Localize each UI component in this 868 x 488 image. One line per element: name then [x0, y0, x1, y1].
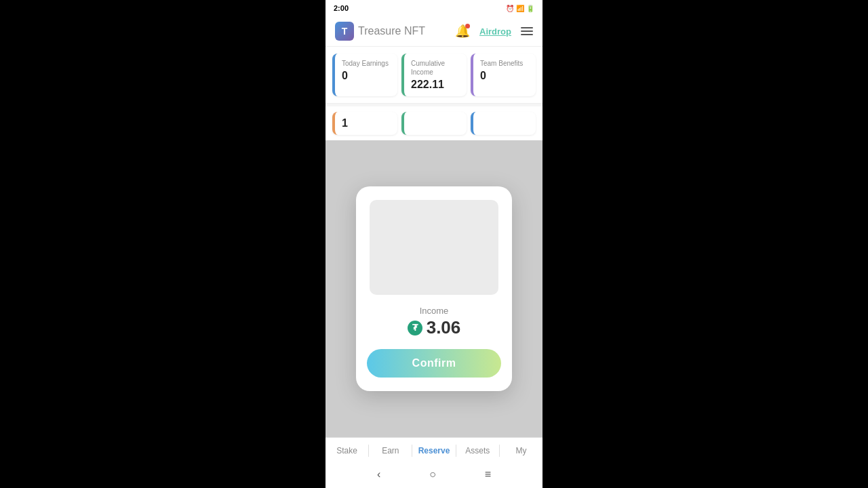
alarm-icon: ⏰ — [506, 5, 514, 12]
status-icons: ⏰ 📶 🔋 — [506, 5, 534, 12]
stats-row-1: Today Earnings 0 Cumulative Income 222.1… — [326, 47, 542, 104]
team-benefits-value: 0 — [480, 70, 529, 82]
status-time: 2:00 — [334, 4, 349, 12]
income-modal: Income ₮ 3.06 Confirm — [356, 186, 512, 391]
stat-card-blue2 — [471, 112, 536, 135]
team-benefits-card: Team Benefits 0 — [471, 54, 536, 96]
cumulative-income-card: Cumulative Income 222.11 — [401, 54, 467, 96]
income-value-row: ₮ 3.06 — [408, 317, 461, 338]
hamburger-menu-icon[interactable] — [521, 27, 533, 35]
status-bar: 2:00 ⏰ 📶 🔋 — [326, 0, 542, 16]
nav-stake[interactable]: Stake — [326, 445, 368, 457]
nav-earn[interactable]: Earn — [369, 445, 412, 457]
cumulative-income-value: 222.11 — [411, 79, 460, 91]
main-content: Income ₮ 3.06 Confirm — [326, 140, 542, 437]
nav-my[interactable]: My — [500, 445, 542, 457]
cumulative-income-label: Cumulative Income — [411, 59, 460, 77]
income-amount: 3.06 — [427, 317, 461, 338]
stat-card-orange: 1 — [332, 112, 397, 135]
logo-icon: T — [335, 22, 354, 41]
signal-icon: 📶 — [516, 5, 524, 12]
notification-bell-icon[interactable]: 🔔 — [455, 24, 470, 39]
today-earnings-label: Today Earnings — [342, 59, 391, 68]
today-earnings-value: 0 — [342, 70, 391, 82]
stat-value-orange: 1 — [342, 117, 391, 129]
modal-overlay: Income ₮ 3.06 Confirm — [326, 140, 542, 437]
logo-area: T Treasure NFT — [335, 22, 425, 41]
tether-icon: ₮ — [408, 321, 422, 336]
back-button[interactable]: ‹ — [377, 468, 380, 481]
confirm-button[interactable]: Confirm — [367, 349, 501, 378]
income-section: Income ₮ 3.06 — [408, 306, 461, 338]
airdrop-link[interactable]: Airdrop — [479, 26, 511, 37]
recents-button[interactable]: ≡ — [485, 468, 491, 481]
stat-card-teal — [401, 112, 467, 135]
app-header: T Treasure NFT 🔔 Airdrop — [326, 16, 542, 47]
system-nav: ‹ ○ ≡ — [326, 461, 542, 488]
nav-reserve[interactable]: Reserve — [412, 445, 455, 457]
tether-symbol: ₮ — [412, 323, 418, 333]
header-right: 🔔 Airdrop — [455, 24, 533, 39]
team-benefits-label: Team Benefits — [480, 59, 529, 68]
income-label: Income — [408, 306, 461, 316]
notification-dot — [465, 24, 470, 28]
bottom-nav: Stake Earn Reserve Assets My — [326, 437, 542, 461]
nav-assets[interactable]: Assets — [456, 445, 499, 457]
today-earnings-card: Today Earnings 0 — [332, 54, 397, 96]
stats-row-2: 1 — [326, 106, 542, 140]
modal-image-placeholder — [370, 200, 498, 295]
home-button[interactable]: ○ — [429, 468, 436, 481]
logo-letter: T — [342, 26, 348, 37]
battery-icon: 🔋 — [526, 5, 534, 12]
app-title: Treasure NFT — [358, 25, 425, 37]
phone-frame: 2:00 ⏰ 📶 🔋 T Treasure NFT 🔔 Airdrop — [326, 0, 542, 488]
